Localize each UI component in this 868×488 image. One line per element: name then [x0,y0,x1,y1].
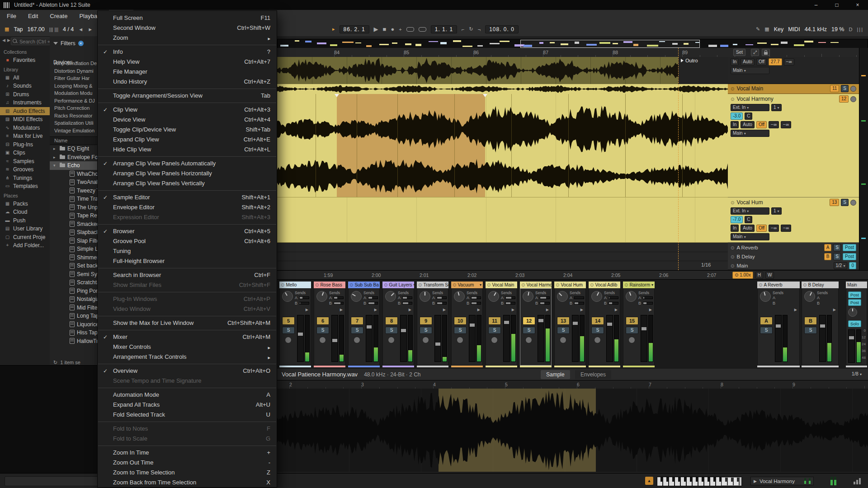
track-number-button[interactable]: 9 [420,317,432,325]
draw-expand-icon[interactable]: ⤢ [751,49,759,56]
pan-knob[interactable] [626,291,637,302]
menu-item-help-view[interactable]: Help ViewCtrl+Alt+7 [98,57,277,67]
pan-knob[interactable] [385,291,396,302]
menu-item-undo-history[interactable]: Undo HistoryCtrl+Alt+Z [98,77,277,87]
pan-knob[interactable] [420,291,430,302]
sample-waveform-area[interactable] [277,389,868,472]
back-icon[interactable]: ◀ [2,38,7,42]
sidebar-item-audio-effects[interactable]: ▧Audio Effects [0,107,50,116]
menu-item-zoom-out-time[interactable]: Zoom Out Time- [98,458,277,468]
sidebar-item-grooves[interactable]: ≋Grooves [0,165,50,174]
solo-button[interactable]: S [420,327,432,334]
track-number-button[interactable]: 8 [385,317,398,325]
header-chip-auto[interactable]: Auto [741,58,755,66]
sidebar-item-instruments[interactable]: ♫Instruments [0,99,50,107]
track-fold-icon[interactable]: ⊙ [731,200,734,205]
mixer-channel-vocal-adlib[interactable]: ⊙Vocal AdlibSendsAB▶14S [589,282,620,367]
sidebar-item-clips[interactable]: ▣Clips [0,149,50,157]
mixer-channel-mello[interactable]: ⊙MelloSendsAB▶5S [279,282,311,367]
track-play-icon[interactable]: ▶ [340,308,343,312]
sidebar-item-templates[interactable]: ▭Templates [0,182,50,191]
automation-lane[interactable] [277,57,728,84]
header-chip-a[interactable]: A [824,244,832,251]
channel-name-header[interactable]: ⊙Vocal Harmony [520,282,552,288]
volume-fader[interactable] [366,315,373,362]
mixer-channel-guit-layers[interactable]: ⊙Guit Layers▾SendsAB▶8S [382,282,414,367]
punch-out-icon[interactable]: ¬ [478,27,481,32]
sidebar-item-midi-effects[interactable]: ▨MIDI Effects [0,115,50,124]
channel-name-header[interactable]: ⊙Vocal Adlib [589,282,620,288]
sample-ruler[interactable]: 23456789 [277,380,868,389]
tab-sample[interactable]: Sample [541,370,570,379]
track-number-button[interactable]: 15 [626,317,638,325]
time-signature-field[interactable]: 4 / 4 [63,26,74,33]
track-number-button[interactable]: 12 [523,317,535,325]
header-chip-1-2[interactable]: 1/2▾ [834,262,848,269]
menu-item-envelope-editor[interactable]: Envelope EditorShift+Alt+2 [98,202,277,212]
sidebar-item-modulators[interactable]: ∿Modulators [0,124,50,132]
mixer-main-channel[interactable]: MainPostPostSolo012243648 [846,282,867,367]
send-b-knob[interactable] [402,302,412,305]
track-number-button[interactable]: 6 [316,317,329,325]
send-a-knob[interactable] [574,296,584,299]
stop-button[interactable]: ■ [383,26,387,33]
menu-item-mixer-controls[interactable]: Mixer Controls▸ [98,342,277,352]
header-chip-ext-in[interactable]: Ext. In▾ [731,104,769,111]
post-toggle[interactable]: Post [848,291,861,298]
send-b-knob[interactable] [471,302,481,305]
arm-button[interactable] [285,337,292,343]
arm-button[interactable] [850,86,856,92]
arm-button[interactable] [457,337,463,343]
track-number-button[interactable]: 11 [488,317,501,325]
key-map-button[interactable]: Key [774,26,784,33]
header-chip-27-7[interactable]: 27.7 [769,58,782,66]
menu-item-fold-selected-track[interactable]: Fold Selected TrackU [98,410,277,420]
solo-button[interactable]: S [282,327,295,334]
close-button[interactable]: × [847,0,868,10]
time-ruler[interactable]: 1:592:002:012:022:032:042:052:062:07 [277,270,728,280]
return-letter-button[interactable]: A [760,317,773,325]
disk-overload-indicator[interactable]: D [849,27,852,32]
link-grid-icon[interactable]: ▦ [5,26,9,32]
mixer-channel-rainstorm[interactable]: ⊙Rainstorm▾SendsAB▶15S [623,282,655,367]
menu-item-overview[interactable]: ✓OverviewCtrl+Alt+O [98,366,277,376]
pan-knob[interactable] [488,291,499,302]
header-chip-s[interactable]: S [833,253,841,260]
track-play-icon[interactable]: ▶ [580,308,583,312]
vocal-harmony-lane[interactable] [277,94,728,197]
header-chip-main[interactable]: Main▾ [731,130,769,137]
pan-knob[interactable] [760,291,771,302]
arm-button[interactable] [422,337,429,343]
return-header-main[interactable]: ⊙Main1/2▾0 [728,261,859,270]
arm-button[interactable] [628,337,635,343]
header-chip-[interactable]: −∞ [769,225,779,232]
header-chip-1[interactable]: 1▾ [771,207,782,215]
menubar-item-create[interactable]: Create [44,10,73,22]
nudge-forward-icon[interactable]: ► [88,27,93,32]
menu-item-file-manager[interactable]: File Manager [98,67,277,77]
pan-knob[interactable] [316,291,327,302]
sidebar-item-current-proje[interactable]: ▢Current Proje [0,233,50,242]
sidebar-item-tunings[interactable]: ⋔Tunings [0,174,50,183]
menu-item-second-window[interactable]: Second WindowCtrl+Shift+W [98,23,277,33]
solo-button[interactable]: S [454,327,467,334]
channel-name-header[interactable]: ⊙Vocal Hum [554,282,586,288]
return-letter-button[interactable]: B [804,317,817,325]
solo-button[interactable]: S [523,327,535,334]
set-locator-button[interactable]: Set [733,49,745,56]
volume-fader[interactable] [819,315,826,362]
loop-length-field[interactable]: 108. 0. 0 [485,25,519,33]
mixer-channel-vacuum[interactable]: ⊙Vacuum▾SendsAB▶10S [451,282,483,367]
track-fold-icon[interactable]: ⊙ [731,86,734,91]
track-play-icon[interactable]: ▶ [306,308,308,312]
volume-fader[interactable] [469,315,476,362]
send-b-knob[interactable] [299,302,309,305]
sidebar-item-push[interactable]: ▬Push [0,216,50,225]
header-chip-b[interactable]: B [824,253,832,260]
arm-button[interactable] [319,337,326,343]
track-play-icon[interactable]: ▶ [443,308,446,312]
header-chip-off[interactable]: Off [756,58,767,66]
menu-item-mixer[interactable]: ✓MixerCtrl+Alt+M [98,332,277,342]
send-a-knob[interactable] [609,296,618,299]
pan-knob[interactable] [804,291,815,302]
